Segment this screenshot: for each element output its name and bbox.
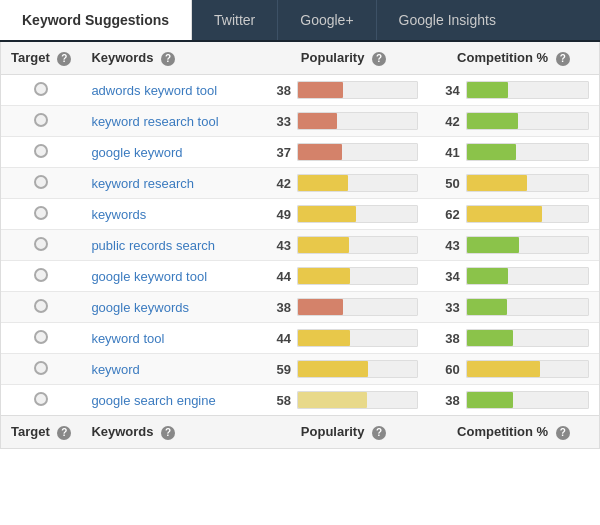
keyword-link[interactable]: adwords keyword tool: [91, 83, 217, 98]
footer-target-help-icon[interactable]: ?: [57, 426, 71, 440]
footer-keywords: Keywords ?: [81, 416, 259, 449]
competition-bar-track: [466, 391, 589, 409]
table-row: google keywords 38 33: [1, 292, 599, 323]
tab-twitter[interactable]: Twitter: [192, 0, 278, 40]
popularity-help-icon[interactable]: ?: [372, 52, 386, 66]
col-header-keywords: Keywords ?: [81, 42, 259, 75]
footer-competition-help-icon[interactable]: ?: [556, 426, 570, 440]
target-cell: [1, 323, 81, 354]
tab-google-insights[interactable]: Google Insights: [377, 0, 518, 40]
keyword-link[interactable]: google keywords: [91, 300, 189, 315]
tab-google-plus[interactable]: Google+: [278, 0, 376, 40]
keyword-cell: adwords keyword tool: [81, 75, 259, 106]
popularity-cell: 43: [259, 230, 428, 261]
keyword-link[interactable]: public records search: [91, 238, 215, 253]
table-header-row: Target ? Keywords ? Popularity ? Competi…: [1, 42, 599, 75]
popularity-bar-fill: [298, 144, 342, 160]
competition-bar-fill: [467, 392, 513, 408]
popularity-value: 33: [269, 114, 291, 129]
keyword-link[interactable]: keyword tool: [91, 331, 164, 346]
competition-bar-track: [466, 143, 589, 161]
table-row: google keyword tool 44 34: [1, 261, 599, 292]
popularity-value: 49: [269, 207, 291, 222]
keyword-cell: keyword tool: [81, 323, 259, 354]
table-row: google keyword 37 41: [1, 137, 599, 168]
keyword-link[interactable]: keyword research: [91, 176, 194, 191]
popularity-bar-track: [297, 143, 418, 161]
competition-bar-track: [466, 360, 589, 378]
keyword-link[interactable]: keyword: [91, 362, 139, 377]
competition-cell: 60: [428, 354, 599, 385]
popularity-bar-track: [297, 112, 418, 130]
popularity-value: 42: [269, 176, 291, 191]
keyword-cell: google keyword tool: [81, 261, 259, 292]
tab-keyword-suggestions[interactable]: Keyword Suggestions: [0, 0, 192, 40]
target-radio[interactable]: [34, 330, 48, 344]
competition-help-icon[interactable]: ?: [556, 52, 570, 66]
target-cell: [1, 137, 81, 168]
keyword-cell: google keywords: [81, 292, 259, 323]
target-radio[interactable]: [34, 361, 48, 375]
competition-bar-fill: [467, 113, 518, 129]
keyword-table: Target ? Keywords ? Popularity ? Competi…: [1, 42, 599, 448]
target-help-icon[interactable]: ?: [57, 52, 71, 66]
popularity-cell: 38: [259, 75, 428, 106]
keyword-cell: keyword: [81, 354, 259, 385]
keyword-link[interactable]: keyword research tool: [91, 114, 218, 129]
footer-target: Target ?: [1, 416, 81, 449]
popularity-bar-track: [297, 236, 418, 254]
target-cell: [1, 292, 81, 323]
table-row: public records search 43 43: [1, 230, 599, 261]
competition-cell: 38: [428, 385, 599, 416]
table-row: keyword 59 60: [1, 354, 599, 385]
keyword-link[interactable]: google keyword: [91, 145, 182, 160]
popularity-bar-fill: [298, 206, 356, 222]
competition-bar-track: [466, 298, 589, 316]
target-radio[interactable]: [34, 175, 48, 189]
popularity-value: 38: [269, 83, 291, 98]
target-radio[interactable]: [34, 206, 48, 220]
target-radio[interactable]: [34, 82, 48, 96]
popularity-value: 44: [269, 331, 291, 346]
popularity-bar-fill: [298, 392, 367, 408]
competition-bar-track: [466, 205, 589, 223]
popularity-bar-track: [297, 267, 418, 285]
popularity-value: 59: [269, 362, 291, 377]
keyword-link[interactable]: google keyword tool: [91, 269, 207, 284]
target-cell: [1, 354, 81, 385]
competition-bar-fill: [467, 361, 540, 377]
target-cell: [1, 230, 81, 261]
competition-bar-track: [466, 236, 589, 254]
keyword-link[interactable]: keywords: [91, 207, 146, 222]
target-cell: [1, 385, 81, 416]
competition-bar-fill: [467, 144, 517, 160]
popularity-cell: 33: [259, 106, 428, 137]
popularity-bar-fill: [298, 330, 350, 346]
popularity-cell: 49: [259, 199, 428, 230]
footer-keywords-help-icon[interactable]: ?: [161, 426, 175, 440]
table-row: google search engine 58 38: [1, 385, 599, 416]
popularity-cell: 37: [259, 137, 428, 168]
footer-popularity-help-icon[interactable]: ?: [372, 426, 386, 440]
popularity-bar-track: [297, 174, 418, 192]
target-radio[interactable]: [34, 268, 48, 282]
target-radio[interactable]: [34, 144, 48, 158]
popularity-bar-track: [297, 81, 418, 99]
target-radio[interactable]: [34, 299, 48, 313]
competition-bar-track: [466, 112, 589, 130]
keywords-help-icon[interactable]: ?: [161, 52, 175, 66]
keyword-link[interactable]: google search engine: [91, 393, 215, 408]
competition-cell: 41: [428, 137, 599, 168]
target-radio[interactable]: [34, 113, 48, 127]
table-row: keyword research tool 33 42: [1, 106, 599, 137]
popularity-value: 38: [269, 300, 291, 315]
popularity-bar-fill: [298, 237, 349, 253]
footer-competition: Competition % ?: [428, 416, 599, 449]
target-radio[interactable]: [34, 392, 48, 406]
competition-cell: 62: [428, 199, 599, 230]
competition-cell: 34: [428, 261, 599, 292]
competition-cell: 43: [428, 230, 599, 261]
col-header-competition: Competition % ?: [428, 42, 599, 75]
target-radio[interactable]: [34, 237, 48, 251]
popularity-value: 37: [269, 145, 291, 160]
